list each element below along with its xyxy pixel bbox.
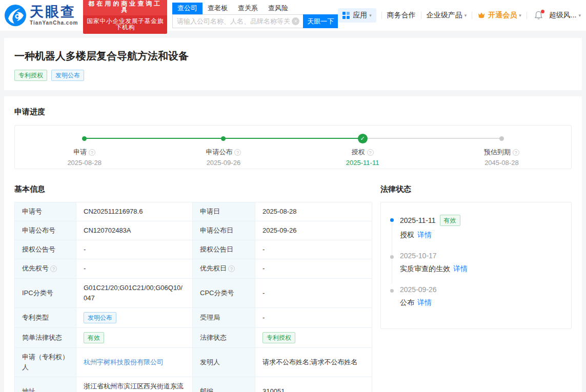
detail-link[interactable]: 详情	[453, 264, 468, 273]
chevron-down-icon: ▾	[578, 13, 581, 18]
nav-apps[interactable]: 应用 ▾	[338, 8, 376, 23]
company-link[interactable]: 杭州宇树科技股份有限公司	[84, 358, 164, 366]
info-label-cell: CPC分类号	[193, 278, 255, 307]
search-tabs: 查公司查老板查关系查风险	[172, 3, 338, 14]
help-icon: ?	[513, 149, 519, 156]
milestone-申请公布: 申请公布 ?2025-09-26	[154, 134, 293, 167]
slogan-badge: 都在用的商业查询工具 国家中小企业发展子基金旗下机构	[83, 0, 167, 34]
nav-vip[interactable]: 开通会员 ▾	[477, 11, 521, 20]
info-label-cell: 申请公布日	[193, 221, 255, 240]
milestone-label: 申请公布 ?	[206, 148, 241, 157]
info-label-cell: 法律状态	[193, 327, 255, 347]
search-tab-查老板[interactable]: 查老板	[203, 3, 233, 14]
legal-status-event: 公布详情	[400, 298, 437, 307]
table-row: 专利类型发明公布受理局-	[15, 307, 372, 327]
check-circle-icon: ✓	[358, 134, 368, 143]
help-icon: ?	[234, 149, 241, 156]
nav-business-label: 商务合作	[387, 11, 416, 20]
legal-status-body: 2025-10-17实质审查的生效详情	[400, 252, 468, 274]
info-value-cell: -	[255, 278, 372, 307]
info-value-cell: -	[255, 240, 372, 259]
milestone-授权: ✓授权 ?2025-11-11	[293, 134, 432, 167]
basic-info-table: 申请号CN202511216978.6申请日2025-08-28申请公布号CN1…	[14, 202, 372, 392]
legal-status-date: 2025-10-17	[400, 252, 468, 260]
legal-status-date: 2025-11-11有效	[400, 215, 460, 226]
info-value-cell: 请求不公布姓名;请求不公布姓名	[255, 347, 372, 377]
help-icon: ?	[89, 149, 95, 156]
milestone-dot-slot	[221, 134, 226, 143]
milestone-申请: 申请 ?2025-08-28	[15, 134, 154, 167]
info-label-cell: 受理局	[193, 307, 255, 327]
chevron-down-icon: ▾	[369, 13, 372, 18]
legal-status-body: 2025-11-11有效授权详情	[400, 215, 460, 240]
legal-status-heading: 法律状态	[380, 184, 572, 194]
info-label-cell: IPC分类号	[15, 278, 76, 307]
search-button[interactable]: 天眼一下	[303, 14, 338, 28]
help-icon: ?	[50, 265, 57, 272]
legal-status-dot	[390, 289, 394, 293]
milestone-dot	[221, 136, 226, 141]
legal-status-dot	[390, 255, 394, 259]
info-label-cell: 申请号	[15, 202, 76, 221]
valid-tag: 有效	[440, 215, 460, 226]
nav-enterprise[interactable]: 企业级产品 ▾	[427, 11, 467, 20]
nav-super-risk-label: 超级风...	[549, 11, 577, 20]
logo-eye-icon	[4, 4, 27, 27]
top-header: 天眼查 TianYanCha.com 都在用的商业查询工具 国家中小企业发展子基…	[0, 0, 586, 31]
legal-status-item: 2025-10-17实质审查的生效详情	[390, 252, 561, 274]
info-value-cell: -	[76, 240, 193, 259]
page-title: 一种机器人多楼层复合导航方法和设备	[14, 49, 572, 63]
info-value-cell: 浙江省杭州市滨江区西兴街道东流路88号1幢306室	[76, 377, 193, 392]
search-module: 查公司查老板查关系查风险 × 天眼一下	[172, 3, 338, 28]
search-input[interactable]	[172, 14, 303, 28]
info-label-cell: 简单法律状态	[15, 327, 76, 347]
help-icon: ?	[228, 265, 235, 272]
nav-super-risk[interactable]: 超级风... ▾	[549, 11, 581, 20]
patent-title-card: 一种机器人多楼层复合导航方法和设备 专利授权发明公布	[4, 38, 582, 90]
legal-status-list: 2025-11-11有效授权详情2025-10-17实质审查的生效详情2025-…	[390, 215, 561, 307]
milestone-label: 申请 ?	[73, 148, 95, 157]
milestone-date: 2025-11-11	[346, 159, 379, 167]
milestone-dot	[82, 136, 87, 141]
milestone-label: 授权 ?	[352, 148, 374, 157]
notifications-bell[interactable]	[534, 11, 543, 20]
table-row: 简单法律状态有效法律状态专利授权	[15, 327, 372, 347]
info-value-cell: -	[255, 307, 372, 327]
nav-business[interactable]: 商务合作	[387, 11, 416, 20]
search-tab-查公司[interactable]: 查公司	[172, 3, 203, 14]
nav-vip-label: 开通会员	[488, 11, 517, 20]
divider	[472, 12, 472, 19]
notification-dot	[541, 10, 544, 13]
milestone-预估到期: 预估到期 ?2045-08-28	[432, 134, 571, 167]
legal-status-event: 授权详情	[400, 231, 460, 240]
milestones: 申请 ?2025-08-28申请公布 ?2025-09-26✓授权 ?2025-…	[15, 134, 571, 167]
info-label-cell: 优先权号?	[15, 259, 76, 278]
patent-type-tag[interactable]: 发明公布	[84, 312, 116, 323]
search-tab-查关系[interactable]: 查关系	[233, 3, 263, 14]
info-value-cell: 2025-09-26	[255, 221, 372, 240]
info-label-cell: 申请公布号	[15, 221, 76, 240]
basic-info-column: 基本信息 申请号CN202511216978.6申请日2025-08-28申请公…	[14, 184, 372, 392]
top-nav: 应用 ▾ 商务合作 企业级产品 ▾ 开通会员 ▾ 超	[338, 8, 581, 23]
info-label-cell: 申请日	[193, 202, 255, 221]
info-value-cell: 发明公布	[76, 307, 193, 327]
info-value-cell: G01C21/20;G01C21/00;G06Q10/047	[76, 278, 193, 307]
info-value-cell: 2025-08-28	[255, 202, 372, 221]
milestone-dot	[499, 136, 504, 141]
info-value-cell: 专利授权	[255, 327, 372, 347]
status-tag: 有效	[84, 332, 104, 343]
milestone-date: 2025-09-26	[207, 159, 241, 167]
legal-status-column: 法律状态 2025-11-11有效授权详情2025-10-17实质审查的生效详情…	[380, 184, 572, 329]
search-tab-查风险[interactable]: 查风险	[263, 3, 293, 14]
info-value-cell: -	[76, 259, 193, 278]
detail-link[interactable]: 详情	[417, 298, 432, 306]
divider	[527, 12, 527, 19]
info-value-cell: CN202511216978.6	[76, 202, 193, 221]
table-row: 申请公布号CN120702483A申请公布日2025-09-26	[15, 221, 372, 240]
tianyancha-logo[interactable]: 天眼查 TianYanCha.com	[4, 4, 78, 27]
milestone-dot-slot	[82, 134, 87, 143]
brand-name: 天眼查	[30, 5, 78, 19]
status-tag: 专利授权	[262, 332, 295, 343]
detail-link[interactable]: 详情	[417, 231, 432, 239]
basic-info-heading: 基本信息	[14, 184, 372, 194]
